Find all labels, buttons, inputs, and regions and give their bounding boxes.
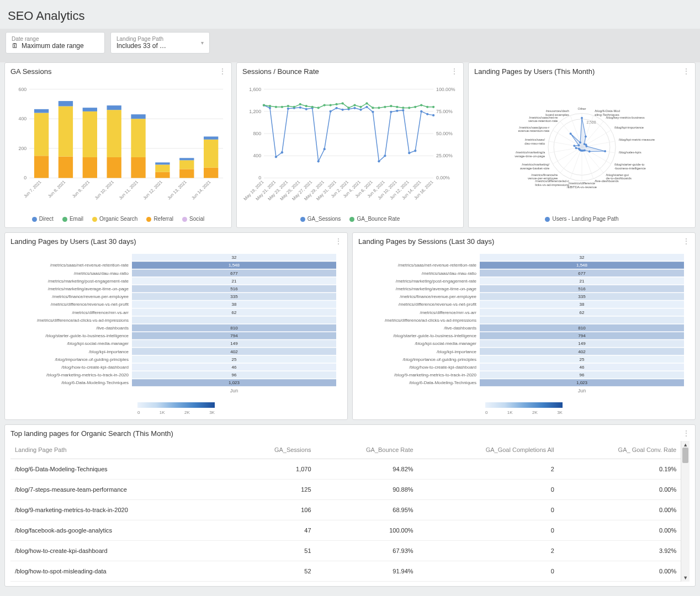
svg-text:46: 46 — [580, 365, 585, 370]
svg-text:794: 794 — [578, 333, 586, 338]
more-icon[interactable]: ⋮ — [451, 67, 458, 75]
filter-label: Date range — [12, 36, 84, 42]
svg-text:/metrics/saas/gross-revenue-re: /metrics/saas/gross-revenue-retention-ra… — [518, 126, 550, 133]
svg-point-169 — [585, 135, 587, 137]
svg-text:/metrics/difference/ad-clicks-: /metrics/difference/ad-clicks-vs-ad-impr… — [535, 179, 569, 187]
svg-text:/blog/sales-kpis: /blog/sales-kpis — [619, 151, 641, 154]
svg-text:/blog/6-Data-Modeling-Techniqu: /blog/6-Data-Modeling-Techniques — [595, 109, 620, 116]
svg-text:402: 402 — [230, 349, 238, 354]
calendar-icon: 🗓 — [12, 42, 18, 50]
svg-text:/blog/kpi-metric-measure: /blog/kpi-metric-measure — [619, 138, 655, 141]
filter-label: Landing Page Path — [116, 36, 166, 42]
svg-text:Other: Other — [578, 107, 586, 110]
svg-point-185 — [579, 141, 581, 143]
svg-rect-14 — [59, 101, 73, 106]
table-row[interactable]: /blog/6-Data-Modeling-Techniques1,07094.… — [10, 459, 681, 480]
svg-rect-25 — [131, 119, 145, 157]
svg-text:Jun 8, 2021: Jun 8, 2021 — [47, 179, 66, 199]
column-header[interactable]: GA_Bounce Rate — [316, 441, 418, 459]
svg-rect-33 — [179, 160, 194, 169]
filter-landing-page[interactable]: Landing Page Path Includes 33 of … ▾ — [110, 32, 210, 54]
svg-line-147 — [582, 147, 593, 179]
gradient-legend: 01K2K3K — [10, 402, 342, 415]
more-icon[interactable]: ⋮ — [683, 67, 690, 75]
svg-text:21: 21 — [580, 279, 585, 284]
svg-text:200: 200 — [19, 146, 27, 151]
svg-text:/metrics/marketing/average-tim: /metrics/marketing/average-time-on-page — [515, 151, 545, 158]
svg-point-174 — [588, 151, 591, 153]
scroll-up-icon[interactable]: ▲ — [683, 442, 688, 448]
svg-text:21: 21 — [232, 279, 237, 284]
table-row[interactable]: /blog/facebook-ads-google-analytics47100… — [10, 520, 681, 541]
svg-text:Jun 12, 2021: Jun 12, 2021 — [142, 179, 163, 200]
svg-rect-37 — [204, 140, 218, 168]
more-icon[interactable]: ⋮ — [335, 237, 342, 245]
svg-rect-16 — [83, 157, 97, 178]
svg-text:/resources/dashboard-examples: /resources/dashboard-examples — [545, 109, 569, 116]
svg-point-172 — [585, 145, 587, 147]
svg-text:/metrics/saas/net-revenue-rete: /metrics/saas/net-revenue-retention-rate — [528, 116, 558, 123]
more-icon[interactable]: ⋮ — [219, 67, 226, 75]
svg-rect-32 — [179, 169, 194, 178]
scroll-down-icon[interactable]: ▼ — [683, 575, 688, 581]
svg-rect-13 — [59, 106, 73, 156]
svg-text:Jun: Jun — [578, 388, 586, 393]
filter-value: Includes 33 of … — [116, 42, 166, 50]
column-header[interactable]: Landing Page Path — [10, 441, 232, 459]
svg-rect-259 — [480, 317, 684, 324]
svg-text:149: 149 — [230, 341, 238, 346]
svg-text:/blog/starter-guide-to-busines: /blog/starter-guide-to-business-intellig… — [45, 333, 129, 338]
column-header[interactable]: GA_ Goal Conv. Rate — [559, 441, 681, 459]
svg-point-168 — [581, 117, 583, 119]
gradient-legend: 01K2K3K — [358, 402, 690, 415]
svg-text:/metrics/finance/revenue-per-e: /metrics/finance/revenue-per-employee — [52, 294, 129, 299]
svg-text:1,600: 1,600 — [249, 87, 261, 92]
svg-text:96: 96 — [580, 372, 585, 377]
svg-text:/blog/importance-of-guiding-pr: /blog/importance-of-guiding-principles — [403, 357, 476, 362]
column-header[interactable]: GA_Goal Completions All — [418, 441, 559, 459]
panel-heat-sessions: Landing Pages by Sessions (Last 30 days)… — [352, 232, 696, 420]
legend-item: Email — [62, 216, 83, 222]
svg-text:/blog/starter-guide-to-dashboa: /blog/starter-guide-to-dashboards — [606, 173, 632, 180]
svg-text:/metrics/difference/mrr-vs-arr: /metrics/difference/mrr-vs-arr — [420, 310, 476, 315]
svg-text:/live-dashboards: /live-dashboards — [595, 179, 618, 183]
legend-item: GA_Sessions — [307, 216, 341, 222]
radar-legend: Users - Landing Page Path — [474, 212, 690, 223]
svg-text:/metrics/saas/dau-mau-ratio: /metrics/saas/dau-mau-ratio — [422, 271, 477, 276]
svg-rect-209 — [132, 317, 336, 324]
table-row[interactable]: /blog/how-to-create-kpi-dashboard5167.93… — [10, 541, 681, 561]
chevron-down-icon: ▾ — [201, 40, 204, 46]
svg-text:/blog/kpi-importance: /blog/kpi-importance — [89, 349, 129, 354]
svg-text:25: 25 — [232, 357, 237, 362]
table-row[interactable]: /blog/7-steps-measure-team-performance12… — [10, 480, 681, 500]
svg-text:/metrics/difference/mrr-vs-arr: /metrics/difference/mrr-vs-arr — [72, 310, 129, 315]
svg-point-183 — [577, 144, 580, 146]
svg-text:/metrics/marketing/average-tim: /metrics/marketing/average-time-on-page — [48, 286, 129, 291]
svg-text:/blog/kpi-social-media-manager: /blog/kpi-social-media-manager — [415, 341, 476, 346]
table-row[interactable]: /blog/how-to-spot-misleading-data5291.94… — [10, 561, 681, 582]
svg-text:Jun 13, 2021: Jun 13, 2021 — [166, 179, 187, 200]
svg-rect-38 — [204, 136, 218, 139]
more-icon[interactable]: ⋮ — [683, 429, 690, 437]
svg-text:/metrics/saas/net-revenue-rete: /metrics/saas/net-revenue-retention-rate — [50, 263, 129, 268]
more-icon[interactable]: ⋮ — [683, 237, 690, 245]
legend-item: Direct — [32, 216, 54, 222]
page-title: SEO Analytics — [0, 0, 700, 29]
svg-rect-30 — [155, 162, 169, 164]
svg-point-182 — [573, 145, 575, 147]
svg-text:Jun 11, 2021: Jun 11, 2021 — [118, 179, 139, 200]
column-header[interactable]: GA_Sessions — [232, 441, 316, 459]
panel-radar: Landing Pages by Users (This Month) ⋮ 2,… — [468, 62, 696, 228]
legend-item: Organic Search — [92, 216, 137, 222]
table-row[interactable]: /blog/9-marketing-metrics-to-track-in-20… — [10, 500, 681, 520]
filter-date-range[interactable]: Date range 🗓Maximum date range — [6, 32, 105, 54]
svg-text:335: 335 — [578, 294, 586, 299]
svg-rect-29 — [155, 164, 169, 172]
svg-text:800: 800 — [253, 131, 261, 136]
svg-text:516: 516 — [230, 286, 238, 291]
svg-text:400: 400 — [253, 153, 261, 158]
scrollbar[interactable]: ▲ ▼ — [681, 441, 690, 582]
svg-rect-24 — [131, 157, 145, 178]
svg-rect-36 — [204, 168, 218, 178]
svg-text:/metrics/difference/revenue-vs: /metrics/difference/revenue-vs-net-profi… — [51, 302, 129, 307]
